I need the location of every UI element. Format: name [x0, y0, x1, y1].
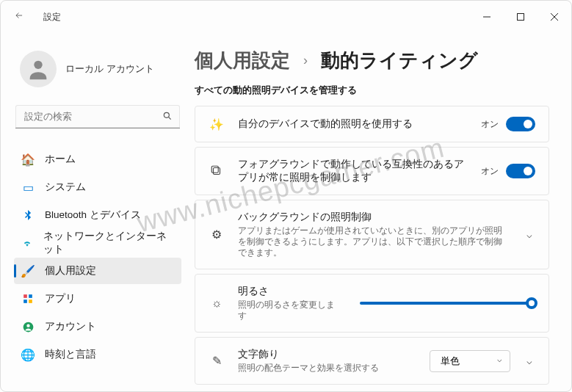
search-icon: [162, 111, 173, 124]
nav-time[interactable]: 🌐時刻と言語: [14, 341, 181, 368]
account-icon: [21, 320, 35, 333]
nav-personalization[interactable]: 🖌️個人用設定: [14, 258, 181, 284]
sidebar: ローカル アカウント 🏠ホーム ▭システム Bluetooth とデバイス ネッ…: [1, 33, 190, 391]
globe-icon: 🌐: [21, 348, 35, 361]
svg-rect-13: [214, 168, 220, 175]
toggle-dynamic-lighting[interactable]: [506, 117, 535, 131]
section-subtitle: すべての動的照明デバイスを管理する: [195, 84, 549, 97]
system-icon: ▭: [21, 181, 35, 194]
row-foreground-control: フォアグラウンドで動作している互換性のあるアプリが常に照明を制御します オン: [195, 147, 549, 195]
main-content: 個人用設定 › 動的ライティング すべての動的照明デバイスを管理する ✨ 自分の…: [190, 33, 571, 391]
toggle-foreground[interactable]: [506, 164, 535, 178]
svg-line-6: [168, 117, 170, 119]
svg-point-4: [34, 61, 42, 69]
wifi-icon: [21, 236, 33, 250]
profile-block[interactable]: ローカル アカウント: [14, 33, 181, 105]
breadcrumb-parent[interactable]: 個人用設定: [195, 48, 290, 73]
brush-icon: 🖌️: [21, 264, 35, 277]
svg-rect-1: [518, 14, 524, 21]
bluetooth-icon: [21, 208, 35, 222]
svg-point-12: [26, 324, 29, 327]
chevron-down-icon: ⌵: [524, 355, 535, 366]
minimize-button[interactable]: [470, 5, 504, 29]
layers-icon: [209, 164, 225, 178]
home-icon: 🏠: [21, 153, 35, 166]
nav-home[interactable]: 🏠ホーム: [14, 146, 181, 173]
svg-rect-10: [29, 300, 32, 303]
row-background-control[interactable]: ⚙ バックグラウンドの照明制御アプリまたはゲームが使用されていないときに、別のア…: [195, 200, 549, 269]
sparkle-icon: ✨: [209, 117, 225, 131]
row-brightness: ☼ 明るさ照明の明るさを変更します: [195, 274, 549, 333]
nav-system[interactable]: ▭システム: [14, 174, 181, 200]
svg-rect-14: [211, 166, 218, 173]
row-text-decoration[interactable]: ✎ 文字飾り照明の配色テーマと効果を選択する 単色 ⌵: [195, 337, 549, 385]
brightness-slider[interactable]: [360, 302, 535, 305]
apps-icon: [21, 292, 35, 305]
gear-icon: ⚙: [209, 228, 225, 242]
breadcrumb: 個人用設定 › 動的ライティング: [195, 48, 549, 73]
maximize-button[interactable]: [504, 5, 537, 29]
search-input[interactable]: [15, 105, 180, 128]
svg-rect-8: [29, 294, 32, 298]
chevron-down-icon: ⌵: [524, 229, 535, 240]
chevron-right-icon: ›: [303, 53, 308, 68]
breadcrumb-current: 動的ライティング: [321, 48, 478, 73]
nav-bluetooth[interactable]: Bluetooth とデバイス: [14, 202, 181, 228]
svg-point-5: [164, 112, 169, 117]
nav-network[interactable]: ネットワークとインターネット: [14, 230, 181, 256]
brightness-icon: ☼: [209, 297, 225, 310]
svg-rect-7: [23, 294, 27, 298]
avatar: [20, 51, 57, 87]
svg-rect-9: [23, 300, 27, 303]
pen-icon: ✎: [209, 354, 225, 368]
profile-name: ローカル アカウント: [65, 62, 154, 76]
row-dynamic-lighting-toggle: ✨ 自分のデバイスで動的照明を使用する オン: [195, 106, 549, 142]
back-button[interactable]: [14, 10, 29, 23]
nav-accounts[interactable]: アカウント: [14, 313, 181, 340]
close-button[interactable]: [537, 5, 571, 29]
nav-apps[interactable]: アプリ: [14, 286, 181, 312]
color-theme-dropdown[interactable]: 単色: [430, 350, 510, 372]
window-title: 設定: [43, 11, 61, 23]
